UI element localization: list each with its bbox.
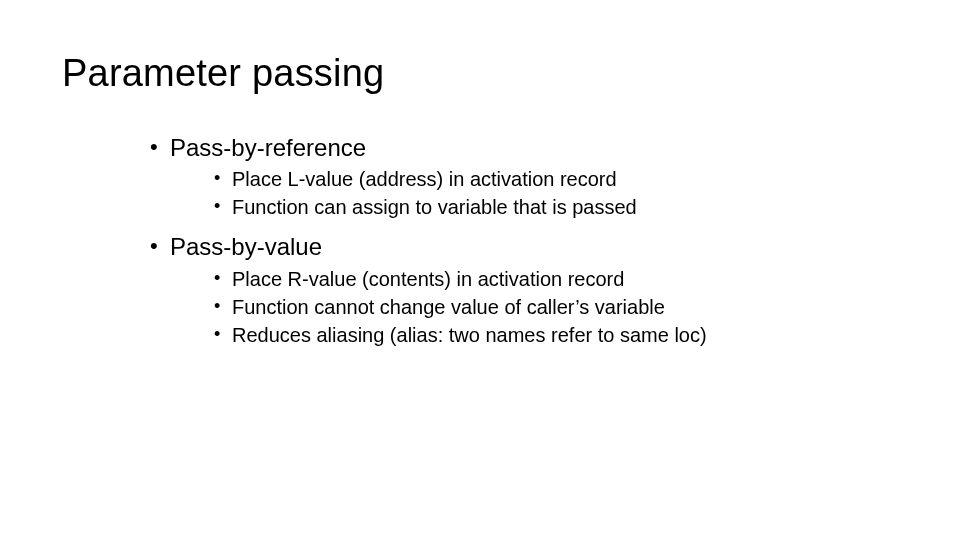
sub-bullet-list: Place R-value (contents) in activation r… (170, 266, 870, 349)
bullet-item: Pass-by-value Place R-value (contents) i… (150, 231, 870, 348)
sub-bullet-item: Function cannot change value of caller’s… (214, 294, 870, 321)
bullet-text: Pass-by-reference (170, 134, 366, 161)
sub-bullet-item: Place R-value (contents) in activation r… (214, 266, 870, 293)
bullet-text: Pass-by-value (170, 233, 322, 260)
bullet-list: Pass-by-reference Place L-value (address… (150, 132, 870, 349)
sub-bullet-item: Place L-value (address) in activation re… (214, 166, 870, 193)
slide-body: Pass-by-reference Place L-value (address… (150, 130, 870, 359)
sub-bullet-list: Place L-value (address) in activation re… (170, 166, 870, 221)
sub-bullet-item: Function can assign to variable that is … (214, 194, 870, 221)
sub-bullet-item: Reduces aliasing (alias: two names refer… (214, 322, 870, 349)
slide: Parameter passing Pass-by-reference Plac… (0, 0, 960, 540)
slide-title: Parameter passing (62, 52, 384, 95)
bullet-item: Pass-by-reference Place L-value (address… (150, 132, 870, 221)
